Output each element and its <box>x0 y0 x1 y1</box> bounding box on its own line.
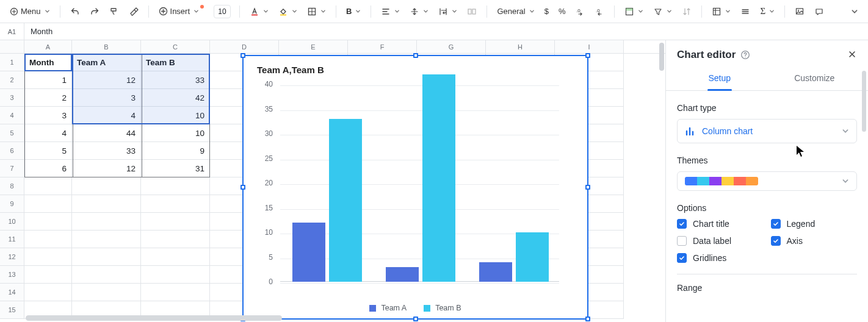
vertical-align-button[interactable] <box>406 3 432 20</box>
col-header[interactable]: I <box>555 40 624 53</box>
chart-type-select[interactable]: Column chart <box>677 119 857 143</box>
option-data_label[interactable]: Data label <box>677 236 764 246</box>
col-header[interactable]: G <box>417 40 486 53</box>
data-validation-button[interactable] <box>737 3 754 20</box>
formula-bar[interactable]: Month <box>24 27 868 36</box>
theme-select[interactable] <box>677 171 857 191</box>
percent-button[interactable]: % <box>555 3 570 20</box>
section-label: Themes <box>677 156 857 165</box>
increase-decimal-button[interactable]: .0 <box>591 3 608 20</box>
chevron-down-icon <box>769 9 775 14</box>
option-axis[interactable]: Axis <box>771 236 858 246</box>
insert-label: Insert <box>170 7 190 16</box>
panel-scrollbar[interactable] <box>862 71 866 132</box>
option-label: Axis <box>787 236 803 246</box>
image-icon <box>795 7 805 16</box>
currency-button[interactable]: $ <box>541 3 552 20</box>
select-all-corner[interactable] <box>0 40 24 53</box>
col-header[interactable]: E <box>279 40 348 53</box>
merge-button[interactable] <box>463 3 480 20</box>
paint-format-button[interactable] <box>106 3 123 20</box>
col-header[interactable]: B <box>72 40 141 53</box>
resize-handle[interactable] <box>241 185 245 190</box>
resize-handle[interactable] <box>241 53 245 58</box>
svg-rect-3 <box>280 14 286 15</box>
svg-rect-11 <box>714 8 720 15</box>
option-label: Chart title <box>693 219 729 229</box>
resize-handle[interactable] <box>585 317 590 321</box>
col-header[interactable]: H <box>486 40 555 53</box>
plus-circle-icon <box>159 7 168 16</box>
chart-object[interactable]: Team A,Team B 0510152025303540 Team A Te… <box>243 55 588 319</box>
close-button[interactable] <box>847 49 857 61</box>
functions-button[interactable]: Σ <box>756 3 778 20</box>
fill-color-button[interactable] <box>275 3 301 20</box>
y-tick-label: 30 <box>265 129 273 138</box>
chevron-down-icon <box>292 9 297 14</box>
y-tick-label: 20 <box>265 179 273 187</box>
option-chart_title[interactable]: Chart title <box>677 219 764 229</box>
sort-button[interactable] <box>678 3 695 20</box>
option-legend[interactable]: Legend <box>771 219 858 229</box>
vertical-scrollbar[interactable] <box>659 43 664 71</box>
conditional-format-button[interactable] <box>621 3 647 20</box>
dollar-icon: $ <box>544 7 549 16</box>
undo-icon <box>70 7 80 16</box>
menu-button[interactable]: Menu <box>6 3 54 20</box>
chevron-down-icon <box>394 9 400 14</box>
percent-icon: % <box>559 7 566 16</box>
resize-handle[interactable] <box>413 317 418 321</box>
spreadsheet-grid[interactable]: A B C D E F G H I 1MonthTeam ATeam B2112… <box>0 40 665 322</box>
resize-handle[interactable] <box>413 53 418 58</box>
gridline <box>280 85 559 86</box>
font-size-input[interactable]: 10 <box>214 5 231 18</box>
checkbox[interactable] <box>677 219 687 229</box>
resize-handle[interactable] <box>585 53 590 58</box>
col-header[interactable]: F <box>348 40 417 53</box>
checkbox[interactable] <box>771 219 781 229</box>
checkbox[interactable] <box>677 253 687 263</box>
chevron-down-icon <box>423 9 429 14</box>
insert-button[interactable]: Insert <box>155 3 209 20</box>
gridline <box>280 184 559 185</box>
pivot-button[interactable] <box>708 3 734 20</box>
theme-swatch <box>685 177 697 185</box>
text-color-button[interactable] <box>246 3 272 20</box>
clear-format-button[interactable] <box>125 3 142 20</box>
borders-button[interactable] <box>303 3 330 20</box>
bold-button[interactable]: B <box>342 3 364 20</box>
tab-setup[interactable]: Setup <box>672 67 767 90</box>
decrease-decimal-button[interactable]: .0 <box>571 3 588 20</box>
horizontal-align-button[interactable] <box>377 3 403 20</box>
help-icon[interactable] <box>740 50 750 60</box>
resize-handle[interactable] <box>585 185 590 190</box>
comment-button[interactable] <box>811 3 828 20</box>
col-header[interactable]: D <box>210 40 279 53</box>
number-format-button[interactable]: General <box>493 3 538 20</box>
tab-customize[interactable]: Customize <box>767 67 863 90</box>
image-button[interactable] <box>791 3 808 20</box>
name-box[interactable]: A1 <box>0 23 24 40</box>
redo-button[interactable] <box>86 3 103 20</box>
theme-swatch <box>746 177 758 185</box>
data-border-overlay <box>24 54 210 177</box>
checkbox[interactable] <box>771 236 781 246</box>
col-header[interactable]: A <box>24 40 72 53</box>
col-header[interactable]: C <box>141 40 210 53</box>
y-tick-label: 25 <box>265 154 273 163</box>
option-gridlines[interactable]: Gridlines <box>677 253 764 263</box>
y-tick-label: 15 <box>265 204 273 212</box>
horizontal-scrollbar[interactable] <box>26 315 282 321</box>
decrease-decimal-icon: .0 <box>575 7 585 16</box>
paint-format-icon <box>109 7 119 16</box>
theme-swatch <box>722 177 734 185</box>
checkbox[interactable] <box>677 236 687 246</box>
selection-overlay <box>72 54 210 124</box>
y-tick-label: 10 <box>265 228 273 237</box>
sigma-icon: Σ <box>760 6 765 16</box>
y-tick-label: 40 <box>265 80 273 88</box>
toolbar-more-button[interactable] <box>847 3 862 20</box>
filter-button[interactable] <box>649 3 676 20</box>
undo-button[interactable] <box>67 3 84 20</box>
text-wrap-button[interactable] <box>435 3 461 20</box>
